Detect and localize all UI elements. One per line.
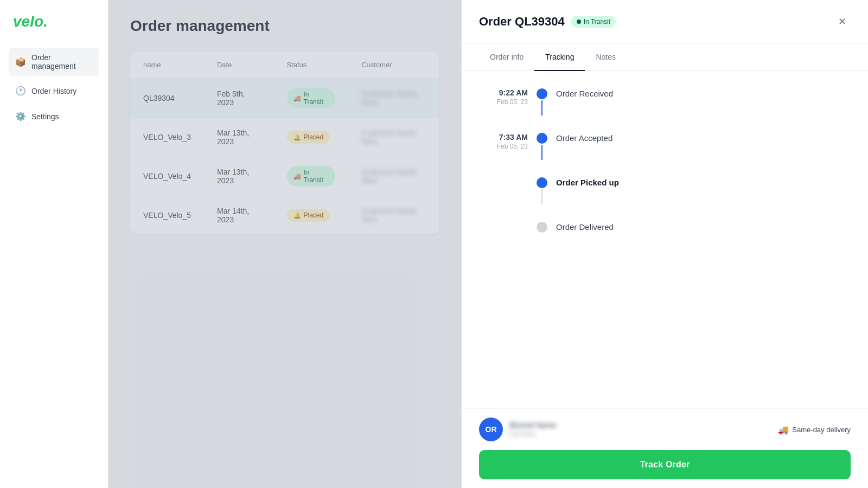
tracking-content: 9:22 AMFeb 05, 23Order Received7:33 AMFe… bbox=[462, 71, 868, 408]
timeline-connector bbox=[537, 88, 547, 115]
settings-icon: ⚙️ bbox=[15, 111, 26, 121]
time-value: 9:22 AM bbox=[479, 88, 528, 97]
sidebar-item-order-management[interactable]: 📦 Order management bbox=[9, 48, 99, 76]
timeline-item: Order Picked up bbox=[479, 177, 851, 222]
timeline-dot bbox=[537, 222, 547, 233]
delivery-type: Same-day delivery bbox=[792, 426, 851, 434]
timeline-time: 7:33 AMFeb 05, 23 bbox=[479, 133, 528, 150]
track-order-button[interactable]: Track Order bbox=[479, 450, 851, 479]
timeline: 9:22 AMFeb 05, 23Order Received7:33 AMFe… bbox=[479, 88, 851, 233]
timeline-item: 7:33 AMFeb 05, 23Order Accepted bbox=[479, 133, 851, 177]
panel-footer: OR Blurred Name Full Role 🚚 Same-day del… bbox=[462, 408, 868, 488]
delivery-icon: 🚚 bbox=[778, 425, 789, 435]
sidebar-item-label: Order History bbox=[31, 87, 76, 95]
main-content: Order management name Date Status Custom… bbox=[108, 0, 461, 488]
sidebar-item-label: Settings bbox=[31, 112, 59, 121]
timeline-label: Order Delivered bbox=[556, 222, 614, 232]
date-value: Feb 05, 23 bbox=[479, 143, 528, 150]
timeline-line bbox=[541, 189, 542, 204]
timeline-dot bbox=[537, 133, 547, 144]
delivery-info: 🚚 Same-day delivery bbox=[778, 425, 851, 435]
footer-user: OR Blurred Name Full Role bbox=[479, 418, 556, 441]
timeline-connector bbox=[537, 133, 547, 160]
overlay bbox=[108, 0, 461, 488]
timeline-dot bbox=[537, 177, 547, 188]
tab-notes[interactable]: Notes bbox=[585, 44, 627, 71]
tab-order-info[interactable]: Order info bbox=[479, 44, 534, 71]
tab-tracking[interactable]: Tracking bbox=[534, 44, 585, 71]
transit-dot bbox=[577, 20, 581, 24]
timeline-connector bbox=[537, 177, 547, 204]
timeline-dot bbox=[537, 88, 547, 99]
close-button[interactable]: ✕ bbox=[833, 13, 851, 30]
panel-header: Order QL39304 In Transit ✕ bbox=[462, 0, 868, 44]
user-name: Blurred Name bbox=[509, 421, 556, 429]
timeline-time: 9:22 AMFeb 05, 23 bbox=[479, 88, 528, 106]
avatar: OR bbox=[479, 418, 503, 441]
order-management-icon: 📦 bbox=[15, 57, 26, 67]
footer-info: OR Blurred Name Full Role 🚚 Same-day del… bbox=[479, 418, 851, 441]
user-info: Blurred Name Full Role bbox=[509, 421, 556, 438]
timeline-item: Order Delivered bbox=[479, 222, 851, 233]
date-value: Feb 05, 23 bbox=[479, 98, 528, 106]
user-role: Full Role bbox=[509, 431, 556, 438]
panel-status-badge: In Transit bbox=[571, 16, 616, 28]
order-history-icon: 🕐 bbox=[15, 86, 26, 96]
panel-order-id: Order QL39304 bbox=[479, 15, 565, 29]
sidebar: velo. 📦 Order management 🕐 Order History… bbox=[0, 0, 108, 488]
detail-panel: Order QL39304 In Transit ✕ Order info Tr… bbox=[461, 0, 868, 488]
sidebar-item-label: Order management bbox=[31, 53, 93, 70]
timeline-label: Order Picked up bbox=[556, 177, 619, 187]
sidebar-item-settings[interactable]: ⚙️ Settings bbox=[9, 106, 99, 127]
timeline-line bbox=[541, 100, 542, 115]
timeline-label: Order Accepted bbox=[556, 133, 612, 143]
timeline-line bbox=[541, 145, 542, 160]
sidebar-item-order-history[interactable]: 🕐 Order History bbox=[9, 80, 99, 101]
time-value: 7:33 AM bbox=[479, 133, 528, 142]
timeline-item: 9:22 AMFeb 05, 23Order Received bbox=[479, 88, 851, 133]
panel-tabs: Order info Tracking Notes bbox=[462, 44, 868, 71]
app-logo: velo. bbox=[9, 13, 99, 30]
timeline-connector bbox=[537, 222, 547, 233]
timeline-label: Order Received bbox=[556, 88, 613, 98]
